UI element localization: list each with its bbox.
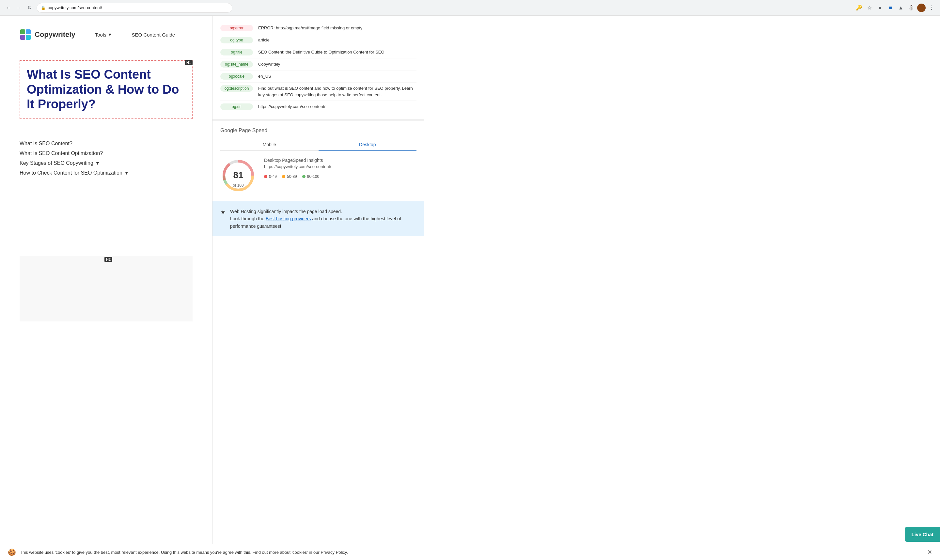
nav-buttons: ← → ↻ bbox=[4, 3, 34, 12]
toc-label-2: What Is SEO Content Optimization? bbox=[20, 151, 103, 156]
tools-nav[interactable]: Tools ▼ bbox=[95, 32, 112, 37]
legend-label-orange: 50-89 bbox=[287, 174, 297, 179]
extension-icon-1[interactable]: ● bbox=[875, 3, 885, 12]
logo-text: Copywritely bbox=[35, 30, 75, 39]
og-value-url: https://copywritely.com/seo-content/ bbox=[258, 103, 417, 110]
gauge-score: 81 bbox=[233, 171, 243, 180]
toc-chevron-3: ▼ bbox=[95, 160, 100, 166]
cookie-icon: 🍪 bbox=[8, 548, 16, 556]
og-row-site-name: og:site_name Copywritely bbox=[220, 58, 417, 71]
og-row-url: og:url https://copywritely.com/seo-conte… bbox=[220, 101, 417, 112]
speed-tabs: Mobile Desktop bbox=[220, 139, 417, 151]
bookmark-icon[interactable]: ☆ bbox=[865, 3, 874, 12]
og-tag-description: og:description bbox=[220, 85, 253, 92]
legend-red: 0-49 bbox=[264, 174, 277, 179]
speed-url: https://copywritely.com/seo-content/ bbox=[264, 164, 417, 169]
user-avatar[interactable] bbox=[917, 4, 926, 12]
hosting-link[interactable]: Best hosting providers bbox=[266, 216, 311, 221]
site-header: Copywritely Tools ▼ SEO Content Guide bbox=[20, 29, 192, 40]
speed-details: Desktop PageSpeed Insights https://copyw… bbox=[264, 158, 417, 179]
toc-item-1[interactable]: What Is SEO Content? bbox=[20, 139, 192, 148]
logo: Copywritely bbox=[20, 29, 75, 40]
toc-label-1: What Is SEO Content? bbox=[20, 141, 72, 146]
legend-orange: 50-89 bbox=[282, 174, 297, 179]
tools-label: Tools bbox=[95, 32, 106, 37]
legend-label-green: 90-100 bbox=[307, 174, 319, 179]
article-title-box: H1 What Is SEO Content Optimization & Ho… bbox=[20, 60, 192, 119]
og-row-description: og:description Find out what is SEO cont… bbox=[220, 83, 417, 101]
browser-actions: 🔑 ☆ ● ■ ▲ ⛄ ⋮ bbox=[854, 3, 936, 12]
lock-icon: 🔒 bbox=[41, 6, 46, 10]
extension-icon-3[interactable]: ▲ bbox=[896, 3, 905, 12]
browser-chrome: ← → ↻ 🔒 copywritely.com/seo-content/ 🔑 ☆… bbox=[0, 0, 940, 16]
svg-rect-0 bbox=[20, 29, 25, 34]
address-bar[interactable]: 🔒 copywritely.com/seo-content/ bbox=[37, 3, 232, 13]
h1-badge: H1 bbox=[185, 60, 192, 65]
cookie-close-button[interactable]: ✕ bbox=[927, 549, 932, 556]
svg-rect-3 bbox=[26, 35, 31, 40]
og-row-type: og:type article bbox=[220, 34, 417, 46]
hosting-banner: ★ Web Hosting significantly impacts the … bbox=[212, 202, 424, 236]
more-menu-button[interactable]: ⋮ bbox=[927, 3, 936, 12]
og-value-locale: en_US bbox=[258, 73, 417, 80]
pagespeed-section: Google Page Speed Mobile Desktop bbox=[212, 119, 424, 200]
logo-icon bbox=[20, 29, 31, 40]
toc-item-2[interactable]: What Is SEO Content Optimization? bbox=[20, 148, 192, 158]
cookie-banner: 🍪 This website uses 'cookies' to give yo… bbox=[0, 544, 940, 560]
back-button[interactable]: ← bbox=[4, 3, 13, 12]
legend-dot-orange bbox=[282, 175, 285, 178]
cookie-text: This website uses 'cookies' to give you … bbox=[20, 550, 920, 555]
reload-button[interactable]: ↻ bbox=[25, 3, 34, 12]
toc-chevron-4: ▼ bbox=[125, 170, 129, 175]
table-of-contents: What Is SEO Content? What Is SEO Content… bbox=[20, 139, 192, 178]
gauge-label: of 100 bbox=[233, 183, 243, 188]
og-value-type: article bbox=[258, 37, 417, 43]
speed-gauge: 81 of 100 bbox=[220, 158, 256, 194]
guide-nav[interactable]: SEO Content Guide bbox=[132, 32, 175, 37]
og-tag-site-name: og:site_name bbox=[220, 61, 253, 68]
article-title: What Is SEO Content Optimization & How t… bbox=[27, 67, 185, 112]
toc-label-4: How to Check Content for SEO Optimizatio… bbox=[20, 170, 122, 176]
legend-dot-green bbox=[302, 175, 306, 178]
extension-icon-2[interactable]: ■ bbox=[886, 3, 895, 12]
live-chat-button[interactable]: Live Chat bbox=[905, 527, 940, 542]
toc-item-3[interactable]: Key Stages of SEO Copywriting ▼ bbox=[20, 158, 192, 168]
guide-label: SEO Content Guide bbox=[132, 32, 175, 37]
star-icon: ★ bbox=[220, 209, 226, 216]
url-text: copywritely.com/seo-content/ bbox=[48, 5, 102, 10]
og-tag-title: og:title bbox=[220, 49, 253, 55]
og-section: og:error ERROR: http://ogp.me/ns#image f… bbox=[212, 16, 424, 119]
speed-legend: 0-49 50-89 90-100 bbox=[264, 174, 417, 179]
toc-item-4[interactable]: How to Check Content for SEO Optimizatio… bbox=[20, 168, 192, 178]
tab-desktop[interactable]: Desktop bbox=[318, 139, 417, 151]
tab-indicator bbox=[318, 151, 417, 151]
og-value-site-name: Copywritely bbox=[258, 61, 417, 68]
insights-title: Desktop PageSpeed Insights bbox=[264, 158, 417, 163]
og-row-error: og:error ERROR: http://ogp.me/ns#image f… bbox=[220, 22, 417, 34]
tools-chevron-icon: ▼ bbox=[108, 32, 112, 37]
key-icon[interactable]: 🔑 bbox=[854, 3, 864, 12]
legend-green: 90-100 bbox=[302, 174, 319, 179]
og-tag-locale: og:locale bbox=[220, 73, 253, 80]
forward-button[interactable]: → bbox=[14, 3, 23, 12]
og-row-title: og:title SEO Content: the Definitive Gui… bbox=[220, 46, 417, 58]
pagespeed-title: Google Page Speed bbox=[220, 128, 417, 134]
puzzle-icon[interactable]: ⛄ bbox=[907, 3, 916, 12]
main-content: Copywritely Tools ▼ SEO Content Guide H1… bbox=[0, 16, 212, 560]
svg-rect-1 bbox=[26, 29, 31, 34]
og-value-title: SEO Content: the Definitive Guide to Opt… bbox=[258, 49, 417, 55]
page-bottom: H2 bbox=[20, 256, 192, 322]
hosting-text: Web Hosting significantly impacts the pa… bbox=[230, 208, 417, 230]
og-tag-type: og:type bbox=[220, 37, 253, 43]
og-value-description: Find out what is SEO content and how to … bbox=[258, 85, 417, 98]
page-wrapper: Copywritely Tools ▼ SEO Content Guide H1… bbox=[0, 16, 940, 560]
og-tag-url: og:url bbox=[220, 103, 253, 110]
og-value-error: ERROR: http://ogp.me/ns#image field miss… bbox=[258, 25, 417, 31]
h2-badge: H2 bbox=[105, 257, 112, 262]
legend-label-red: 0-49 bbox=[269, 174, 277, 179]
svg-rect-2 bbox=[20, 35, 25, 40]
legend-dot-red bbox=[264, 175, 267, 178]
speed-content: 81 of 100 Desktop PageSpeed Insights htt… bbox=[220, 158, 417, 194]
right-panel: og:error ERROR: http://ogp.me/ns#image f… bbox=[212, 16, 424, 560]
tab-mobile[interactable]: Mobile bbox=[220, 139, 318, 151]
